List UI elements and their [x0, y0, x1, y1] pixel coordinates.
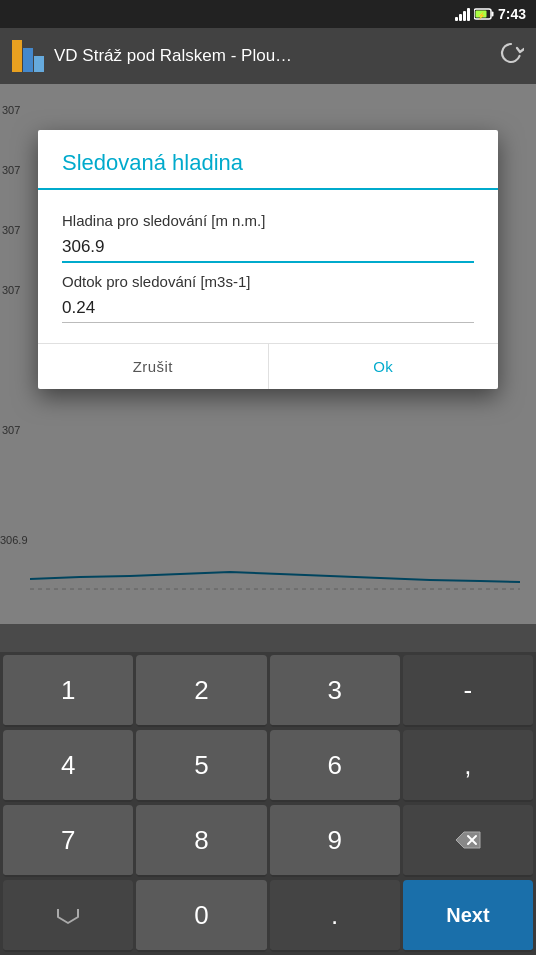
app-logo [12, 40, 44, 72]
status-bar: ⚡ 7:43 [0, 0, 536, 28]
key-comma[interactable]: , [403, 730, 533, 802]
key-9[interactable]: 9 [270, 805, 400, 877]
key-3[interactable]: 3 [270, 655, 400, 727]
key-dash[interactable]: - [403, 655, 533, 727]
dialog-body: Hladina pro sledování [m n.m.] Odtok pro… [38, 190, 498, 327]
key-0[interactable]: 0 [136, 880, 266, 952]
next-button[interactable]: Next [403, 880, 533, 952]
field1-label: Hladina pro sledování [m n.m.] [62, 212, 474, 229]
keyboard-row-2: 4 5 6 , [0, 727, 536, 802]
key-1[interactable]: 1 [3, 655, 133, 727]
status-icons: ⚡ 7:43 [455, 6, 526, 22]
key-7[interactable]: 7 [3, 805, 133, 877]
dialog-actions: Zrušit Ok [38, 343, 498, 389]
dialog-title: Sledovaná hladina [38, 130, 498, 190]
ok-button[interactable]: Ok [269, 344, 499, 389]
keyboard-row-4: 0 . Next [0, 877, 536, 955]
cancel-button[interactable]: Zrušit [38, 344, 269, 389]
key-period[interactable]: . [270, 880, 400, 952]
svg-rect-4 [12, 40, 22, 72]
keyboard-row-1: 1 2 3 - [0, 652, 536, 727]
key-5[interactable]: 5 [136, 730, 266, 802]
key-4[interactable]: 4 [3, 730, 133, 802]
dialog: Sledovaná hladina Hladina pro sledování … [38, 130, 498, 389]
field2-label: Odtok pro sledování [m3s-1] [62, 273, 474, 290]
app-bar: VD Stráž pod Ralskem - Plou… [0, 28, 536, 84]
svg-rect-1 [491, 12, 493, 17]
svg-rect-6 [34, 56, 44, 72]
keyboard-row-3: 7 8 9 [0, 802, 536, 877]
keyboard: 1 2 3 - 4 5 6 , 7 8 9 0 . Next [0, 652, 536, 955]
svg-text:⚡: ⚡ [477, 11, 486, 20]
key-2[interactable]: 2 [136, 655, 266, 727]
field1-input[interactable] [62, 235, 474, 263]
app-title: VD Stráž pod Ralskem - Plou… [54, 46, 488, 66]
svg-rect-5 [23, 48, 33, 72]
signal-icon [455, 8, 470, 21]
key-space[interactable] [3, 880, 133, 952]
refresh-icon[interactable] [498, 40, 524, 72]
battery-icon: ⚡ [474, 8, 494, 20]
backspace-key[interactable] [403, 805, 533, 877]
field2-input[interactable] [62, 296, 474, 323]
key-8[interactable]: 8 [136, 805, 266, 877]
key-6[interactable]: 6 [270, 730, 400, 802]
status-time: 7:43 [498, 6, 526, 22]
